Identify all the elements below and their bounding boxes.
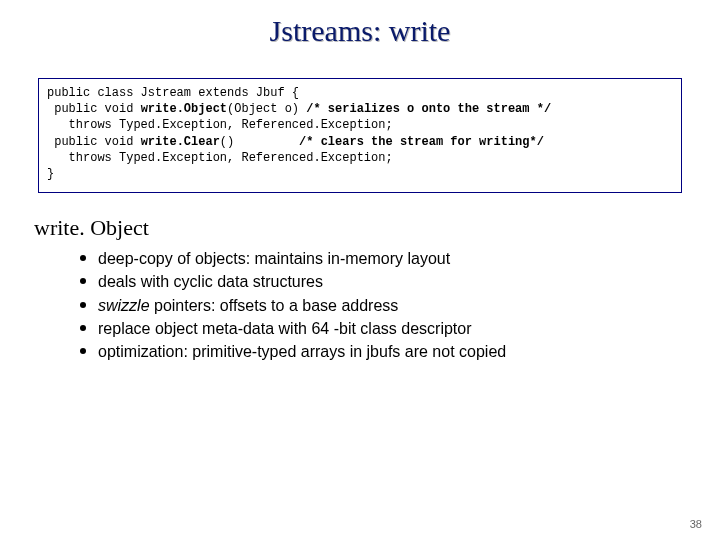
code-line-4c: () bbox=[220, 135, 299, 149]
code-line-4a: public void bbox=[47, 135, 141, 149]
bullet-text: deals with cyclic data structures bbox=[98, 273, 323, 290]
code-line-3: throws Typed.Exception, Referenced.Excep… bbox=[47, 118, 393, 132]
bullet-text: replace object meta-data with 64 -bit cl… bbox=[98, 320, 472, 337]
code-line-1: public class Jstream extends Jbuf { bbox=[47, 86, 299, 100]
slide-title: Jstreams: write bbox=[0, 0, 720, 58]
page-number: 38 bbox=[690, 518, 702, 530]
bullet-text: deep-copy of objects: maintains in-memor… bbox=[98, 250, 450, 267]
code-line-2b: write.Object bbox=[141, 102, 227, 116]
list-item: deep-copy of objects: maintains in-memor… bbox=[80, 247, 720, 270]
list-item: replace object meta-data with 64 -bit cl… bbox=[80, 317, 720, 340]
bullet-text: pointers: offsets to a base address bbox=[150, 297, 399, 314]
section-heading: write. Object bbox=[34, 215, 720, 241]
code-line-6: } bbox=[47, 167, 54, 181]
code-line-2a: public void bbox=[47, 102, 141, 116]
bullet-list: deep-copy of objects: maintains in-memor… bbox=[80, 247, 720, 363]
bullet-text-italic: swizzle bbox=[98, 297, 150, 314]
list-item: optimization: primitive-typed arrays in … bbox=[80, 340, 720, 363]
code-line-4b: write.Clear bbox=[141, 135, 220, 149]
list-item: deals with cyclic data structures bbox=[80, 270, 720, 293]
code-block: public class Jstream extends Jbuf { publ… bbox=[38, 78, 682, 193]
bullet-text: optimization: primitive-typed arrays in … bbox=[98, 343, 506, 360]
code-line-4d: /* clears the stream for writing*/ bbox=[299, 135, 544, 149]
code-line-2d: /* serializes o onto the stream */ bbox=[306, 102, 551, 116]
code-line-2c: (Object o) bbox=[227, 102, 306, 116]
code-line-5: throws Typed.Exception, Referenced.Excep… bbox=[47, 151, 393, 165]
slide: Jstreams: write public class Jstream ext… bbox=[0, 0, 720, 540]
list-item: swizzle pointers: offsets to a base addr… bbox=[80, 294, 720, 317]
